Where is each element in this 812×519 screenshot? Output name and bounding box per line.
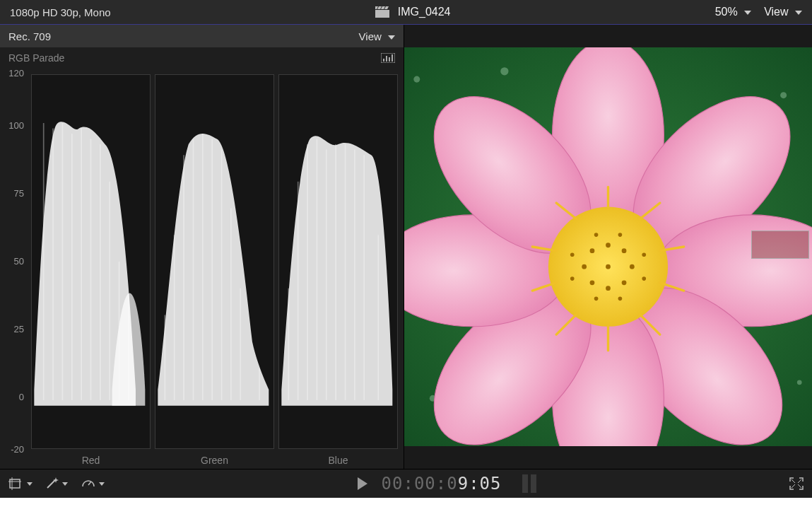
scope-y-axis: 120 100 75 50 25 0 -20 [0, 73, 28, 449]
chevron-down-icon [62, 482, 68, 486]
scopes-view-label: View [359, 30, 382, 42]
chevron-down-icon [99, 482, 105, 486]
scope-type-label: RGB Parade [8, 52, 64, 64]
viewer-canvas[interactable] [404, 47, 812, 446]
view-dropdown[interactable]: View [764, 6, 802, 18]
svg-marker-91 [27, 482, 33, 486]
channel-label: Green [155, 455, 274, 466]
svg-line-99 [798, 479, 801, 483]
zoom-dropdown[interactable]: 50% [715, 6, 751, 18]
svg-point-73 [642, 252, 646, 257]
crop-tool-dropdown[interactable] [8, 477, 33, 490]
color-sample-overlay[interactable] [751, 231, 809, 259]
color-space-label: Rec. 709 [8, 30, 51, 42]
clip-name: IMG_0424 [398, 6, 451, 18]
svg-rect-10 [386, 56, 387, 62]
retime-tool-dropdown[interactable] [81, 477, 105, 490]
svg-point-76 [594, 297, 599, 301]
svg-rect-9 [383, 59, 384, 62]
scope-plots [31, 74, 398, 449]
scope-channel-green [155, 74, 274, 449]
viewer-pane [404, 25, 812, 469]
svg-marker-2 [377, 6, 382, 9]
y-tick: -20 [11, 444, 24, 455]
y-tick: 75 [14, 188, 24, 199]
waveform-trace [32, 75, 150, 448]
svg-marker-94 [62, 482, 68, 486]
y-tick: 120 [8, 68, 24, 78]
chevron-down-icon [388, 30, 395, 42]
svg-point-72 [570, 252, 575, 257]
svg-point-70 [594, 233, 599, 237]
scope-settings-icon[interactable] [381, 53, 395, 63]
svg-point-63 [622, 248, 627, 253]
svg-rect-12 [392, 54, 393, 62]
play-button[interactable] [358, 477, 369, 490]
svg-point-66 [630, 264, 635, 269]
chevron-down-icon [27, 482, 33, 486]
svg-marker-5 [744, 11, 751, 15]
svg-point-65 [606, 264, 611, 269]
svg-rect-0 [375, 10, 389, 18]
viewer-bottom-strip [404, 446, 812, 469]
scope-channel-blue [278, 74, 398, 449]
y-tick: 25 [14, 323, 24, 334]
channel-label: Red [31, 455, 151, 466]
svg-point-61 [590, 248, 595, 253]
timecode-display[interactable]: 00:00:09:05 [382, 474, 502, 494]
svg-point-44 [413, 76, 420, 83]
svg-point-67 [590, 280, 595, 285]
scope-display: 120 100 75 50 25 0 -20 [0, 69, 404, 469]
format-label: 1080p HD 30p, Mono [10, 6, 111, 18]
chevron-down-icon [795, 6, 802, 18]
svg-point-46 [500, 67, 508, 75]
svg-point-47 [780, 92, 787, 98]
scope-x-labels: Red Green Blue [31, 455, 398, 466]
scopes-view-dropdown[interactable]: View [359, 30, 395, 42]
chevron-down-icon [744, 6, 751, 18]
waveform-trace [155, 75, 273, 448]
svg-point-77 [618, 297, 623, 301]
svg-marker-7 [388, 35, 395, 40]
scopes-header: Rec. 709 View [0, 25, 404, 47]
figure-caption: Monochrome display with guides enabled [0, 498, 812, 519]
svg-line-92 [47, 480, 55, 488]
svg-point-74 [570, 276, 575, 281]
svg-point-75 [642, 276, 646, 281]
app-window: 1080p HD 30p, Mono IMG_0424 50% View Rec… [0, 0, 812, 498]
svg-point-50 [797, 380, 802, 385]
view-label: View [764, 6, 788, 18]
scopes-pane: Rec. 709 View RGB Parade 120 100 75 50 [0, 25, 404, 469]
svg-marker-97 [358, 477, 367, 490]
svg-rect-11 [389, 57, 390, 62]
svg-rect-88 [10, 479, 20, 488]
svg-point-71 [618, 233, 623, 237]
viewer-top-strip [404, 25, 812, 47]
main-split: Rec. 709 View RGB Parade 120 100 75 50 [0, 25, 812, 469]
svg-line-101 [792, 484, 795, 488]
scopes-subheader: RGB Parade [0, 47, 404, 69]
svg-marker-4 [384, 6, 389, 9]
viewer-topbar: 1080p HD 30p, Mono IMG_0424 50% View [0, 0, 812, 25]
svg-point-64 [582, 264, 587, 269]
svg-point-62 [606, 243, 611, 247]
y-tick: 0 [19, 391, 24, 402]
waveform-trace [279, 75, 397, 448]
svg-point-69 [622, 280, 627, 285]
timecode-dim: 00:00:0 [382, 474, 458, 494]
svg-marker-96 [99, 482, 105, 486]
y-tick: 100 [8, 120, 24, 131]
svg-line-100 [798, 484, 801, 488]
timecode-bright: 9:05 [458, 474, 502, 494]
transport-toolbar: 00:00:09:05 [0, 469, 812, 498]
svg-line-98 [792, 479, 795, 483]
svg-marker-3 [381, 6, 385, 9]
channel-label: Blue [278, 455, 398, 466]
svg-marker-6 [795, 11, 802, 15]
enhance-tool-dropdown[interactable] [45, 477, 68, 490]
svg-line-95 [88, 482, 91, 485]
y-tick: 50 [14, 256, 24, 267]
scope-channel-red [31, 74, 151, 449]
clapper-icon [375, 6, 389, 18]
fullscreen-button[interactable] [789, 477, 804, 490]
